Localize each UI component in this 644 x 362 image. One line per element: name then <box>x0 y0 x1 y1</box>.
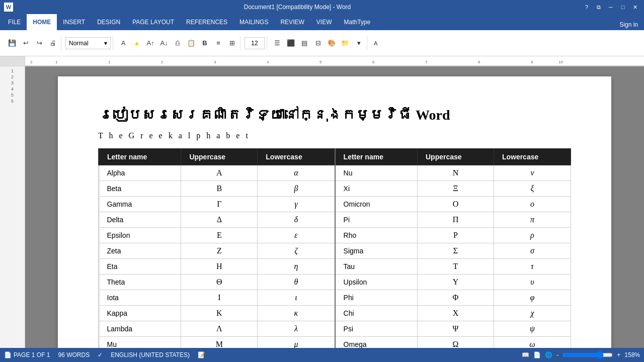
maximize-button[interactable]: □ <box>618 2 628 12</box>
indent-button[interactable]: ≡ <box>212 37 224 49</box>
page-count: 📄 PAGE 1 OF 1 <box>4 351 50 358</box>
style-dropdown[interactable]: Normal ▾ <box>65 37 111 49</box>
table-cell: ψ <box>494 321 571 337</box>
table-cell: ο <box>494 197 571 212</box>
sign-in-button[interactable]: Sign in <box>615 19 642 30</box>
highlight-button[interactable]: A <box>117 37 129 49</box>
table-cell: β <box>258 181 335 197</box>
tab-design[interactable]: DESIGN <box>91 14 126 30</box>
font-size-box[interactable]: 12 <box>245 37 265 49</box>
status-right: 📖 📄 🌐 - + 158% <box>522 351 640 359</box>
table-button[interactable]: ⊞ <box>226 37 238 49</box>
decrease-font-button[interactable]: A↓ <box>158 37 170 49</box>
tab-view[interactable]: VIEW <box>310 14 338 30</box>
ribbon-group-font-name: A <box>369 36 382 50</box>
table-row: LambdaΛλPsiΨψ <box>99 321 571 337</box>
table-cell: τ <box>494 259 571 275</box>
table-cell: ν <box>494 165 571 181</box>
table-cell: Omicron <box>335 197 418 212</box>
tab-references[interactable]: REFERENCES <box>180 14 233 30</box>
table-cell: Σ <box>417 243 494 259</box>
ribbon-group-list: ☰ ⬛ ▤ ⊟ 🎨 📁 ▾ <box>269 36 367 50</box>
font-name-button[interactable]: A <box>371 37 380 49</box>
col-header-letter-name-1: Letter name <box>99 149 181 165</box>
table-cell: Ν <box>417 165 494 181</box>
view-icon-read[interactable]: 📖 <box>522 351 529 358</box>
table-cell: Λ <box>181 321 258 337</box>
tab-page-layout[interactable]: PAGE LAYOUT <box>126 14 180 30</box>
title-bar-left: W <box>4 3 13 12</box>
tab-file[interactable]: FILE <box>2 14 27 30</box>
ruler-main: 2 1 1 2 3 4 5 6 7 8 9 10 <box>25 56 644 66</box>
table-cell: Sigma <box>335 243 418 259</box>
tab-mathtype[interactable]: MathType <box>338 14 376 30</box>
document-title: របៀបសរសេរគណិតវិទ្យានៅក្នុងកម្មវិធី Word <box>98 107 571 123</box>
view-icon-web[interactable]: 🌐 <box>545 351 552 358</box>
col-header-uppercase-2: Uppercase <box>417 149 494 165</box>
table-cell: Ψ <box>417 321 494 337</box>
tab-review[interactable]: REVIEW <box>274 14 310 30</box>
close-button[interactable]: ✕ <box>630 2 640 12</box>
col-header-letter-name-2: Letter name <box>335 149 418 165</box>
save-button[interactable]: 💾 <box>6 37 18 49</box>
table-row: DeltaΔδPiΠπ <box>99 212 571 228</box>
table-cell: Tau <box>335 259 418 275</box>
view-icon-print[interactable]: 📄 <box>533 351 541 358</box>
list-button[interactable]: ☰ <box>271 37 283 49</box>
table-cell: ω <box>494 337 571 348</box>
bold-button[interactable]: B <box>199 37 211 49</box>
table-cell: Beta <box>99 181 181 197</box>
table-cell: σ <box>494 243 571 259</box>
restore-button[interactable]: ⧉ <box>594 2 604 12</box>
document-content[interactable]: របៀបសរសេរគណិតវិទ្យានៅក្នុងកម្មវិធី Word … <box>25 66 644 348</box>
minimize-button[interactable]: ─ <box>606 2 616 12</box>
align-left-button[interactable]: ⬛ <box>285 37 297 49</box>
table-cell: Ε <box>181 228 258 243</box>
table-row: IotaΙιPhiΦφ <box>99 290 571 306</box>
table-cell: Delta <box>99 212 181 228</box>
align-center-button[interactable]: ▤ <box>298 37 310 49</box>
table-cell: Κ <box>181 306 258 321</box>
zoom-out-button[interactable]: - <box>556 351 558 358</box>
table-cell: Θ <box>181 275 258 290</box>
tab-home[interactable]: HOME <box>27 14 57 30</box>
ruler: 2 1 1 2 3 4 5 6 7 8 9 10 <box>0 56 644 66</box>
track-changes-icon: 📝 <box>198 351 205 358</box>
undo-button[interactable]: ↩ <box>20 37 32 49</box>
table-cell: ε <box>258 228 335 243</box>
tab-insert[interactable]: INSERT <box>57 14 91 30</box>
title-bar-controls: ? ⧉ ─ □ ✕ <box>582 2 640 12</box>
table-cell: Ω <box>417 337 494 348</box>
font-color-button[interactable]: ▲ <box>131 37 143 49</box>
print-preview-button[interactable]: ⎙ <box>172 37 184 49</box>
table-cell: Kappa <box>99 306 181 321</box>
table-cell: Τ <box>417 259 494 275</box>
ribbon-group-fontsize: 12 <box>243 36 267 50</box>
zoom-level: 158% <box>624 351 640 358</box>
table-cell: Β <box>181 181 258 197</box>
expand-button[interactable]: ▾ <box>353 37 365 49</box>
folder-button[interactable]: 📁 <box>339 37 351 49</box>
print-button[interactable]: 🖨 <box>47 37 59 49</box>
table-cell: κ <box>258 306 335 321</box>
columns-button[interactable]: ⊟ <box>312 37 324 49</box>
ribbon-group-font: A ▲ A↑ A↓ ⎙ 📋 B ≡ ⊞ <box>115 36 240 50</box>
format-button[interactable]: 📋 <box>185 37 197 49</box>
word-count: 96 WORDS <box>58 351 90 358</box>
zoom-slider[interactable] <box>562 351 613 359</box>
zoom-in-button[interactable]: + <box>617 351 620 358</box>
table-cell: Γ <box>181 197 258 212</box>
help-button[interactable]: ? <box>582 2 592 12</box>
title-bar-title: Document1 [Compatibility Mode] - Word <box>13 4 582 11</box>
table-cell: λ <box>258 321 335 337</box>
table-cell: Χ <box>417 306 494 321</box>
redo-button[interactable]: ↪ <box>33 37 45 49</box>
greek-subtitle: T h e G r e e k a l p h a b e t <box>98 131 571 140</box>
increase-font-button[interactable]: A↑ <box>144 37 156 49</box>
ribbon-group-style: Normal ▾ <box>63 36 113 50</box>
table-cell: Eta <box>99 259 181 275</box>
ribbon-group-clipboard: 💾 ↩ ↪ 🖨 <box>4 36 61 50</box>
tab-mailings[interactable]: MAILINGS <box>233 14 274 30</box>
shading-button[interactable]: 🎨 <box>326 37 338 49</box>
proofing-status: ✓ <box>98 351 103 358</box>
